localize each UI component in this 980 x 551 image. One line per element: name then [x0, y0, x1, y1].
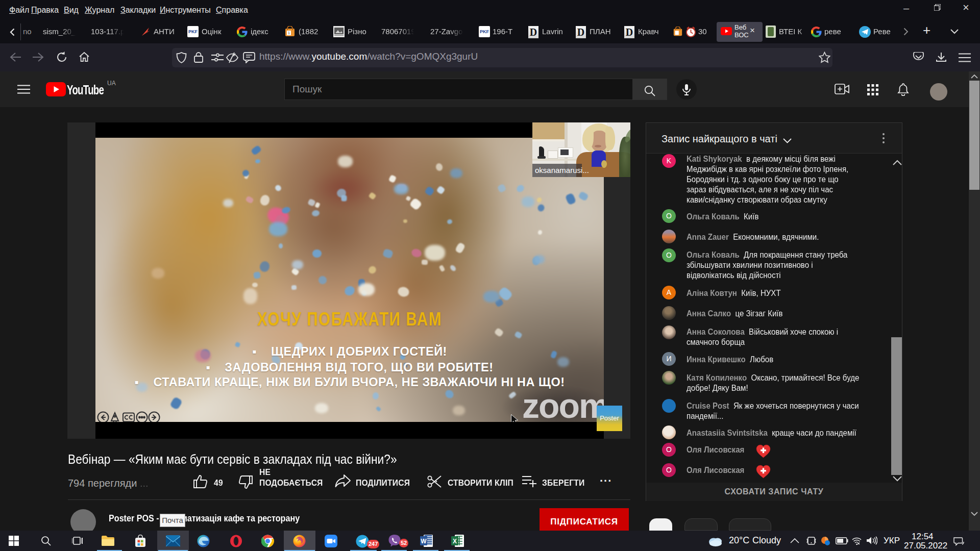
svg-text:X: X	[453, 538, 457, 545]
svg-text:W: W	[421, 538, 427, 545]
